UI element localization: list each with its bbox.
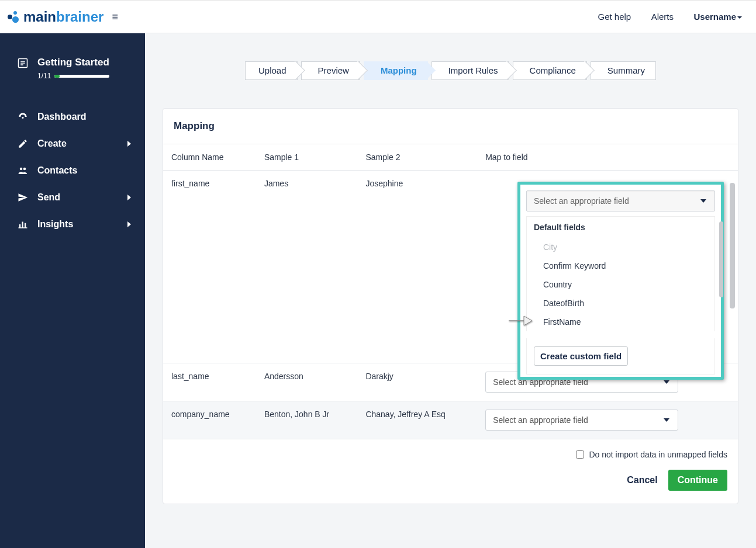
stepper: UploadPreviewMappingImport RulesComplian… (163, 61, 738, 80)
logo-text-main: main (23, 9, 56, 25)
getting-started[interactable]: Getting Started 1/11 (0, 57, 145, 80)
send-icon (18, 192, 28, 203)
create-custom-field-button[interactable]: Create custom field (534, 346, 628, 366)
col-map-to-field: Map to field (477, 144, 738, 171)
alerts-link[interactable]: Alerts (651, 12, 674, 22)
logo-text-brainer: brainer (56, 9, 103, 25)
svg-rect-7 (19, 224, 20, 228)
cell-column-name: company_name (163, 401, 256, 439)
top-nav: Get help Alerts Username (580, 12, 742, 22)
sidebar-item-label: Dashboard (37, 112, 87, 122)
svg-rect-8 (22, 222, 23, 228)
unmapped-checkbox-row[interactable]: Do not import data in unmapped fields (576, 450, 727, 459)
sidebar-item-label: Contacts (37, 165, 77, 176)
contacts-icon (18, 165, 28, 176)
cell-sample1: Andersson (256, 363, 357, 401)
dropdown-body: Default fields City Confirm Keyword Coun… (526, 216, 715, 331)
chevron-down-icon (737, 16, 742, 19)
sidebar-item-label: Insights (37, 219, 73, 230)
map-field-dropdown: Select an appropriate field Default fiel… (517, 182, 724, 380)
dropdown-option-city: City (527, 238, 714, 256)
dashboard-icon (18, 112, 28, 122)
getting-started-progress-text: 1/11 (37, 72, 51, 80)
logo[interactable]: mainbrainer (6, 9, 103, 25)
card-title: Mapping (163, 109, 738, 144)
getting-started-title: Getting Started (37, 57, 109, 68)
sidebar-item-dashboard[interactable]: Dashboard (0, 103, 145, 130)
col-column-name: Column Name (163, 144, 256, 171)
chevron-down-icon (664, 418, 669, 422)
col-sample1: Sample 1 (256, 144, 357, 171)
cell-sample1: James (256, 171, 357, 363)
chevron-right-icon (127, 195, 131, 200)
username-menu[interactable]: Username (693, 12, 742, 22)
username-label: Username (693, 12, 736, 22)
insights-icon (18, 219, 28, 230)
cell-sample2: Josephine (357, 171, 477, 363)
unmapped-checkbox-label: Do not import data in unmapped fields (589, 450, 727, 459)
dropdown-placeholder: Select an appropriate field (534, 196, 629, 206)
checklist-icon (18, 58, 28, 68)
pencil-icon (18, 138, 28, 149)
svg-point-4 (22, 117, 24, 119)
sidebar-item-label: Create (37, 138, 67, 149)
sidebar-item-insights[interactable]: Insights (0, 211, 145, 238)
cell-sample2: Chanay, Jeffrey A Esq (357, 401, 477, 439)
card-footer: Do not import data in unmapped fields Ca… (163, 439, 738, 504)
getting-started-progress-bar (54, 75, 109, 78)
pointer-arrow-icon (509, 314, 532, 327)
dropdown-scrollbar[interactable] (719, 221, 723, 297)
dropdown-option-country[interactable]: Country (527, 275, 714, 294)
sidebar-item-label: Send (37, 192, 60, 203)
continue-button[interactable]: Continue (668, 470, 727, 491)
chevron-down-icon (700, 199, 706, 203)
svg-rect-9 (25, 223, 26, 228)
col-sample2: Sample 2 (357, 144, 477, 171)
hamburger-icon[interactable]: ≡ (112, 12, 118, 22)
main-scrollbar[interactable] (730, 183, 735, 308)
svg-point-6 (23, 168, 26, 171)
sidebar-item-create[interactable]: Create (0, 130, 145, 157)
sidebar: Getting Started 1/11 Dashboard Create Co… (0, 33, 145, 548)
select-placeholder: Select an appropriate field (493, 415, 588, 425)
cell-column-name: first_name (163, 171, 256, 363)
top-header: mainbrainer ≡ Get help Alerts Username (0, 0, 756, 33)
get-help-link[interactable]: Get help (598, 12, 631, 22)
dropdown-option-firstname[interactable]: FirstName (527, 313, 714, 331)
cell-sample2: Darakjy (357, 363, 477, 401)
chevron-right-icon (127, 141, 131, 147)
step-import-rules[interactable]: Import Rules (431, 61, 509, 80)
step-compliance[interactable]: Compliance (513, 61, 587, 80)
unmapped-checkbox[interactable] (576, 450, 584, 459)
logo-dots-icon (6, 10, 20, 24)
table-row: company_name Benton, John B Jr Chanay, J… (163, 401, 738, 439)
dropdown-group-label: Default fields (527, 217, 714, 238)
map-field-select[interactable]: Select an appropriate field (485, 410, 678, 431)
dropdown-select[interactable]: Select an appropriate field (526, 190, 715, 211)
dropdown-option-confirm-keyword[interactable]: Confirm Keyword (527, 256, 714, 275)
sidebar-item-send[interactable]: Send (0, 184, 145, 211)
sidebar-item-contacts[interactable]: Contacts (0, 157, 145, 184)
chevron-down-icon (664, 380, 669, 384)
cell-column-name: last_name (163, 363, 256, 401)
step-mapping[interactable]: Mapping (364, 61, 428, 80)
cancel-button[interactable]: Cancel (627, 475, 657, 485)
dropdown-footer: Create custom field (526, 338, 715, 374)
step-upload[interactable]: Upload (245, 61, 298, 80)
dropdown-option-dateofbirth[interactable]: DateofBirth (527, 294, 714, 313)
step-summary[interactable]: Summary (591, 61, 656, 80)
svg-point-5 (20, 168, 23, 171)
cell-sample1: Benton, John B Jr (256, 401, 357, 439)
chevron-right-icon (127, 221, 131, 227)
step-preview[interactable]: Preview (301, 61, 360, 80)
